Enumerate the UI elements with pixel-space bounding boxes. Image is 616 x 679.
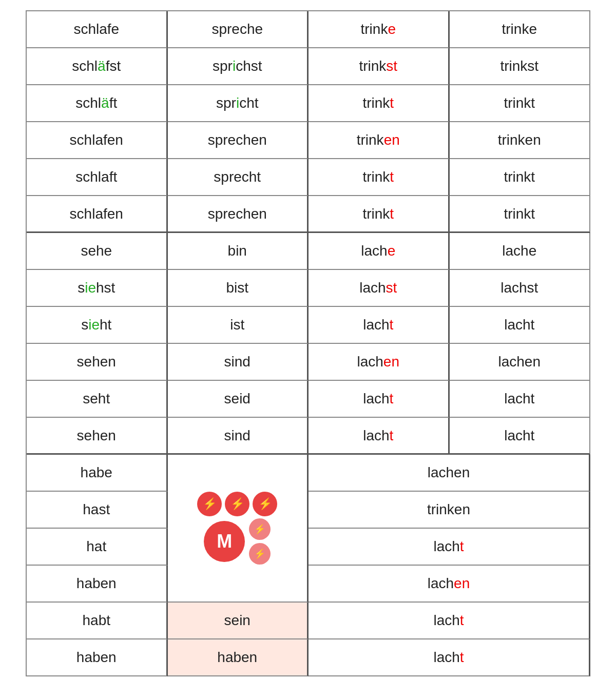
- s2-r5-c3: lacht: [309, 381, 450, 418]
- s2-r5-c1: seht: [27, 381, 168, 418]
- s3-r5-c3: lacht: [309, 603, 590, 639]
- s2-r2-c3: lachst: [309, 270, 450, 307]
- s1-r3-c3: trinkt: [309, 85, 450, 122]
- s3-r5-c2: sein: [168, 603, 309, 639]
- s2-r1-c4: lache: [450, 233, 591, 270]
- s3-r2-c1: hast: [27, 492, 168, 529]
- main-grid: schlafe spreche trinke trinke schläfst s…: [26, 10, 590, 676]
- s1-r1-c4: trinke: [450, 11, 591, 48]
- s1-r2-c1: schläfst: [27, 48, 168, 85]
- bolt-5: ⚡: [249, 543, 271, 565]
- s1-r5-c1: schlaft: [27, 159, 168, 196]
- s1-r1-c1: schlafe: [27, 11, 168, 48]
- s2-r4-c4: lachen: [450, 344, 591, 381]
- bolt-2: ⚡: [225, 492, 249, 516]
- s3-r6-c1: haben: [27, 639, 168, 676]
- s1-r3-c2: spricht: [168, 85, 309, 122]
- s2-r4-c2: sind: [168, 344, 309, 381]
- s2-r4-c3: lachen: [309, 344, 450, 381]
- s2-r6-c3: lacht: [309, 418, 450, 455]
- s1-r2-c3: trinkst: [309, 48, 450, 85]
- s3-r6-c2: haben: [168, 639, 309, 676]
- icon-cell-row1: ⚡ ⚡ ⚡ M ⚡ ⚡: [168, 455, 309, 603]
- s2-r3-c1: sieht: [27, 307, 168, 344]
- s2-r1-c2: bin: [168, 233, 309, 270]
- s1-r6-c1: schlafen: [27, 196, 168, 233]
- s2-r4-c1: sehen: [27, 344, 168, 381]
- m-circle: M: [204, 521, 245, 562]
- s2-r2-c1: siehst: [27, 270, 168, 307]
- s1-r2-c2: sprichst: [168, 48, 309, 85]
- s3-r2-c3: trinken: [309, 492, 590, 529]
- s1-r3-c1: schläft: [27, 85, 168, 122]
- s1-r4-c3: trinken: [309, 122, 450, 159]
- s2-r1-c1: sehe: [27, 233, 168, 270]
- s3-r3-c1: hat: [27, 529, 168, 566]
- s2-r2-c2: bist: [168, 270, 309, 307]
- s3-r1-c1: habe: [27, 455, 168, 492]
- s3-r1-c3: lachen: [309, 455, 590, 492]
- s1-r4-c4: trinken: [450, 122, 591, 159]
- bolt-1: ⚡: [197, 492, 222, 516]
- s2-r2-c4: lachst: [450, 270, 591, 307]
- s2-r3-c3: lacht: [309, 307, 450, 344]
- s2-r3-c2: ist: [168, 307, 309, 344]
- bolt-3: ⚡: [253, 492, 277, 516]
- colored-e: e: [388, 21, 396, 37]
- s2-r5-c4: lacht: [450, 381, 591, 418]
- s1-r6-c3: trinkt: [309, 196, 450, 233]
- s1-r1-c3: trinke: [309, 11, 450, 48]
- s2-r6-c2: sind: [168, 418, 309, 455]
- s3-r5-c1: habt: [27, 603, 168, 639]
- s1-r2-c4: trinkst: [450, 48, 591, 85]
- bolt-4: ⚡: [249, 518, 271, 540]
- s1-r5-c3: trinkt: [309, 159, 450, 196]
- s3-r3-c3: lacht: [309, 529, 590, 566]
- s1-r4-c1: schlafen: [27, 122, 168, 159]
- s2-r5-c2: seid: [168, 381, 309, 418]
- s1-r3-c4: trinkt: [450, 85, 591, 122]
- s1-r6-c4: trinkt: [450, 196, 591, 233]
- s1-r5-c4: trinkt: [450, 159, 591, 196]
- s3-r6-c3: lacht: [309, 639, 590, 676]
- s1-r1-c2: spreche: [168, 11, 309, 48]
- s3-r4-c1: haben: [27, 566, 168, 603]
- s1-r6-c2: sprechen: [168, 196, 309, 233]
- s2-r6-c1: sehen: [27, 418, 168, 455]
- s1-r5-c2: sprecht: [168, 159, 309, 196]
- s3-r4-c3: lachen: [309, 566, 590, 603]
- s2-r3-c4: lacht: [450, 307, 591, 344]
- s1-r4-c2: sprechen: [168, 122, 309, 159]
- s2-r1-c3: lache: [309, 233, 450, 270]
- s2-r6-c4: lacht: [450, 418, 591, 455]
